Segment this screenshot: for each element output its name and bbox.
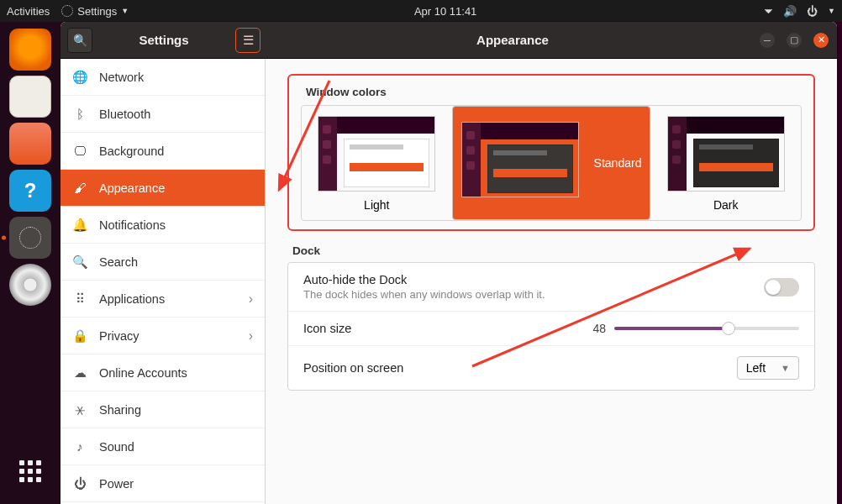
chevron-down-icon[interactable]: ▼ [828, 7, 835, 15]
sidebar-item-label: Applications [99, 292, 165, 306]
sidebar-item-sharing[interactable]: ⚹Sharing [61, 391, 265, 428]
iconsize-slider[interactable] [614, 327, 799, 330]
sidebar-item-label: Bluetooth [99, 108, 150, 121]
dock-app-firefox[interactable] [9, 29, 51, 71]
sidebar-item-network[interactable]: 🌐Network [61, 59, 265, 96]
sidebar-item-background[interactable]: 🖵Background [61, 133, 265, 170]
sidebar-item-label: Power [99, 477, 134, 491]
dock-settings-panel: Auto-hide the Dock The dock hides when a… [287, 262, 815, 391]
sidebar-item-notifications[interactable]: 🔔Notifications [61, 207, 265, 244]
menu-icon: ☰ [243, 33, 254, 48]
sidebar-item-privacy[interactable]: 🔒Privacy› [61, 318, 265, 354]
appearance-icon: 🖌 [72, 181, 87, 196]
window-colors-label: Window colors [306, 86, 797, 98]
sidebar-item-label: Sharing [99, 403, 141, 417]
dock-app-files[interactable] [9, 76, 51, 118]
activities-button[interactable]: Activities [7, 5, 50, 18]
sidebar-item-appearance[interactable]: 🖌Appearance [61, 170, 265, 207]
sidebar-item-power[interactable]: ⏻Power [61, 465, 265, 502]
dock: ? [0, 22, 61, 504]
dock-app-software[interactable] [9, 123, 51, 165]
theme-std[interactable]: Standard [452, 106, 651, 220]
sidebar-item-search[interactable]: 🔍Search [61, 244, 265, 281]
theme-label: Dark [650, 198, 801, 212]
notifications-icon: 🔔 [72, 218, 87, 233]
sidebar-item-label: Sound [99, 440, 134, 454]
theme-preview [461, 122, 579, 197]
app-menu[interactable]: Settings ▼ [61, 5, 129, 18]
position-select[interactable]: Left ▼ [737, 356, 799, 380]
window-title: Appearance [266, 33, 760, 47]
privacy-icon: 🔒 [72, 328, 87, 344]
theme-dark[interactable]: Dark [650, 106, 801, 220]
autohide-desc: The dock hides when any windows overlap … [303, 288, 764, 301]
autohide-switch[interactable] [764, 278, 799, 297]
close-button[interactable]: ✕ [813, 33, 829, 48]
position-value: Left [746, 361, 766, 375]
theme-preview [667, 116, 785, 192]
theme-preview [318, 116, 435, 192]
sidebar-item-label: Notifications [99, 218, 166, 232]
sound-icon: ♪ [72, 439, 87, 454]
settings-window: 🔍 Settings ☰ Appearance ─ ▢ ✕ 🌐NetworkᛒB… [61, 22, 837, 504]
sidebar-item-label: Network [99, 71, 144, 84]
gear-icon [61, 5, 73, 17]
background-icon: 🖵 [72, 144, 87, 159]
volume-icon[interactable]: 🔊 [784, 5, 796, 17]
sidebar-item-label: Privacy [99, 329, 139, 343]
dock-app-help[interactable]: ? [9, 170, 51, 212]
online-accounts-icon: ☁ [72, 365, 87, 381]
sidebar-item-label: Online Accounts [99, 366, 187, 380]
sidebar-item-label: Appearance [99, 181, 165, 195]
theme-selector: LightStandardDark [301, 105, 802, 221]
sidebar-item-label: Background [99, 144, 164, 158]
autohide-title: Auto-hide the Dock [303, 273, 764, 286]
dock-app-disc[interactable] [9, 264, 51, 306]
chevron-right-icon: › [249, 328, 253, 344]
position-label: Position on screen [303, 361, 737, 375]
sidebar-item-bluetooth[interactable]: ᛒBluetooth [61, 96, 265, 133]
clock[interactable]: Apr 10 11:41 [129, 5, 762, 18]
settings-sidebar: 🌐NetworkᛒBluetooth🖵Background🖌Appearance… [61, 59, 266, 504]
window-colors-highlight: Window colors LightStandardDark [287, 74, 815, 231]
sidebar-item-sound[interactable]: ♪Sound [61, 428, 265, 465]
dock-app-settings[interactable] [9, 217, 51, 259]
chevron-right-icon: › [249, 291, 253, 307]
app-menu-label: Settings [77, 5, 117, 18]
theme-light[interactable]: Light [302, 106, 452, 220]
power-icon: ⏻ [72, 476, 87, 491]
sidebar-item-label: Search [99, 255, 138, 269]
dock-label: Dock [292, 244, 810, 257]
iconsize-value: 48 [581, 322, 606, 335]
chevron-down-icon: ▼ [121, 7, 129, 15]
network-icon: 🌐 [72, 70, 87, 85]
hamburger-button[interactable]: ☰ [235, 28, 260, 53]
search-button[interactable]: 🔍 [67, 28, 92, 53]
power-icon[interactable]: ⏻ [806, 5, 818, 17]
search-icon: 🔍 [72, 255, 87, 270]
show-applications[interactable] [9, 450, 51, 492]
sidebar-item-applications[interactable]: ⠿Applications› [61, 281, 265, 318]
maximize-button[interactable]: ▢ [787, 33, 802, 48]
search-icon: 🔍 [73, 34, 87, 47]
theme-label: Light [302, 198, 452, 212]
minimize-button[interactable]: ─ [760, 33, 775, 48]
settings-content: Window colors LightStandardDark Dock Aut… [266, 59, 837, 504]
bluetooth-icon: ᛒ [72, 107, 87, 122]
sidebar-item-online-accounts[interactable]: ☁Online Accounts [61, 354, 265, 391]
sharing-icon: ⚹ [72, 402, 87, 417]
sidebar-title: Settings [99, 33, 229, 47]
theme-label: Standard [594, 156, 642, 170]
gnome-topbar: Activities Settings ▼ Apr 10 11:41 ⏷ 🔊 ⏻… [0, 0, 842, 22]
applications-icon: ⠿ [72, 291, 87, 307]
chevron-down-icon: ▼ [781, 363, 790, 373]
iconsize-label: Icon size [303, 322, 581, 335]
titlebar: 🔍 Settings ☰ Appearance ─ ▢ ✕ [61, 22, 837, 59]
network-icon[interactable]: ⏷ [762, 5, 774, 17]
